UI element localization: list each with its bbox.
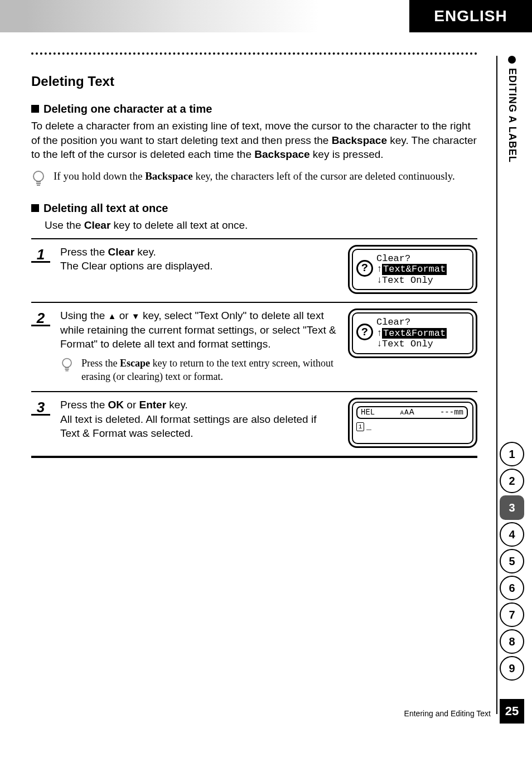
aaa-large: A xyxy=(409,408,415,417)
page-number: 25 xyxy=(505,704,519,719)
step-number: 1 xyxy=(31,246,50,263)
lcd-opt1-text: Text&Format xyxy=(382,264,447,275)
lcd-lines: Clear? ↑Text&Format ↓Text Only xyxy=(376,253,468,286)
step-1-screen: ? Clear? ↑Text&Format ↓Text Only xyxy=(348,245,477,295)
s3c: or xyxy=(124,399,139,411)
chapter-tab-6[interactable]: 6 xyxy=(500,576,524,600)
subheading-one-char-text: Deleting one character at a time xyxy=(43,103,212,115)
chapter-tab-3[interactable]: 3 xyxy=(500,495,524,520)
p1d: Backspace xyxy=(254,148,309,160)
side-section-label: EDITING A LABEL xyxy=(506,68,518,163)
top-banner: ENGLISH xyxy=(0,0,532,32)
down-arrow-icon: ↓ xyxy=(376,339,382,350)
chapter-tab-7[interactable]: 7 xyxy=(500,602,524,627)
step-2-note-text: Press the Escape key to return to the te… xyxy=(81,357,338,383)
s2b: or xyxy=(116,310,131,321)
bullet-icon xyxy=(508,56,516,64)
subheading-all-text-label: Deleting all text at once xyxy=(43,202,168,214)
s3e: key. xyxy=(166,399,188,411)
n1c: key, the characters left of the cursor a… xyxy=(193,170,455,182)
lcd-frame: ? Clear? ↑Text&Format ↓Text Only xyxy=(348,245,477,295)
lcd-frame: ? Clear? ↑Text&Format ↓Text Only xyxy=(348,308,477,358)
s2a: Using the xyxy=(60,310,108,321)
chapter-tab-8[interactable]: 8 xyxy=(500,629,524,654)
step-number: 2 xyxy=(31,310,50,326)
lcd-option-1: ↑Text&Format xyxy=(376,264,468,275)
lcd-length-indicator: ---mm xyxy=(440,408,463,417)
paragraph-one-char: To delete a character from an existing l… xyxy=(31,119,477,162)
lcd-size-indicator: AAA xyxy=(400,408,414,417)
step-2-screen: ? Clear? ↑Text&Format ↓Text Only xyxy=(348,308,477,358)
lcd-inner: ? Clear? ↑Text&Format ↓Text Only xyxy=(352,249,473,291)
s3d: Enter xyxy=(139,399,167,411)
up-arrow-icon: ↑ xyxy=(376,328,382,339)
chapter-tab-1[interactable]: 1 xyxy=(500,442,524,466)
lcd-status-bar: HEL AAA ---mm xyxy=(356,406,468,419)
language-label: ENGLISH xyxy=(434,7,507,25)
lcd-title: Clear? xyxy=(376,253,468,264)
subheading-all-text: Deleting all text at once xyxy=(31,202,477,215)
svg-point-1 xyxy=(62,359,71,368)
lcd-frame: HEL AAA ---mm 1 _ xyxy=(348,398,477,448)
lcd-option-2: ↓Text Only xyxy=(376,339,468,350)
s2nb: Escape xyxy=(120,358,150,369)
p1b: Backspace xyxy=(332,134,387,146)
square-bullet-icon xyxy=(31,204,39,212)
svg-point-0 xyxy=(33,171,43,181)
dotted-rule xyxy=(31,52,477,55)
steps-list: 1 Press the Clear key. The Clear options… xyxy=(31,238,477,458)
step-3: 3 Press the OK or Enter key. All text is… xyxy=(31,392,477,458)
language-strip: ENGLISH xyxy=(409,0,532,32)
footer-breadcrumb: Entering and Editing Text xyxy=(404,709,491,718)
step-2-body: Using the ▲ or ▼ key, select "Text Only"… xyxy=(60,308,338,383)
step-3-screen: HEL AAA ---mm 1 _ xyxy=(348,398,477,448)
s3f: All text is deleted. All format settings… xyxy=(60,413,316,440)
chapter-tab-5[interactable]: 5 xyxy=(500,549,524,573)
step-3-body: Press the OK or Enter key. All text is d… xyxy=(60,398,338,441)
lightbulb-icon xyxy=(31,170,46,191)
lcd-edit-area: 1 _ xyxy=(356,420,468,432)
s1a: Press the xyxy=(60,246,108,258)
section-title: Deleting Text xyxy=(31,74,477,89)
s3b: OK xyxy=(108,399,124,411)
p1e: key is pressed. xyxy=(310,148,384,160)
line-number-icon: 1 xyxy=(356,422,364,431)
lcd-opt2-text: Text Only xyxy=(382,275,433,286)
step-2: 2 Using the ▲ or ▼ key, select "Text Onl… xyxy=(31,303,477,392)
chapter-tab-2[interactable]: 2 xyxy=(500,469,524,493)
chapter-tab-9[interactable]: 9 xyxy=(500,656,524,681)
aaa-small: A xyxy=(400,409,404,416)
lcd-inner: ? Clear? ↑Text&Format ↓Text Only xyxy=(352,312,473,354)
i2b: Clear xyxy=(84,219,111,231)
lcd-option-2: ↓Text Only xyxy=(376,275,468,286)
lcd-option-1: ↑Text&Format xyxy=(376,328,468,339)
chapter-tab-4[interactable]: 4 xyxy=(500,522,524,547)
down-triangle-icon: ▼ xyxy=(132,311,140,321)
s1d: The Clear options are displayed. xyxy=(60,260,213,272)
step-2-note: Press the Escape key to return to the te… xyxy=(60,357,338,383)
subheading-one-char: Deleting one character at a time xyxy=(31,103,477,115)
lcd-inner: HEL AAA ---mm 1 _ xyxy=(352,402,473,444)
chapter-tabs: 1 2 3 4 5 6 7 8 9 xyxy=(500,442,524,681)
lcd-font-indicator: HEL xyxy=(361,408,375,417)
s1c: key. xyxy=(134,246,156,258)
lcd-opt1-text: Text&Format xyxy=(382,328,447,339)
n1a: If you hold down the xyxy=(54,170,145,182)
side-section-tab: EDITING A LABEL xyxy=(500,56,524,163)
n1b: Backspace xyxy=(145,170,193,182)
i2a: Use the xyxy=(45,219,84,231)
step-number: 3 xyxy=(31,399,50,416)
down-arrow-icon: ↓ xyxy=(376,275,382,286)
step-1: 1 Press the Clear key. The Clear options… xyxy=(31,238,477,303)
s3a: Press the xyxy=(60,399,108,411)
question-icon: ? xyxy=(356,324,373,340)
aaa-med: A xyxy=(404,408,409,417)
page-number-box: 25 xyxy=(500,699,524,724)
lcd-opt2-text: Text Only xyxy=(382,339,433,349)
cursor: _ xyxy=(366,422,371,432)
up-arrow-icon: ↑ xyxy=(376,264,382,275)
step-1-body: Press the Clear key. The Clear options a… xyxy=(60,245,338,273)
lcd-lines: Clear? ↑Text&Format ↓Text Only xyxy=(376,317,468,350)
lcd-title: Clear? xyxy=(376,317,468,328)
s2na: Press the xyxy=(81,358,120,369)
